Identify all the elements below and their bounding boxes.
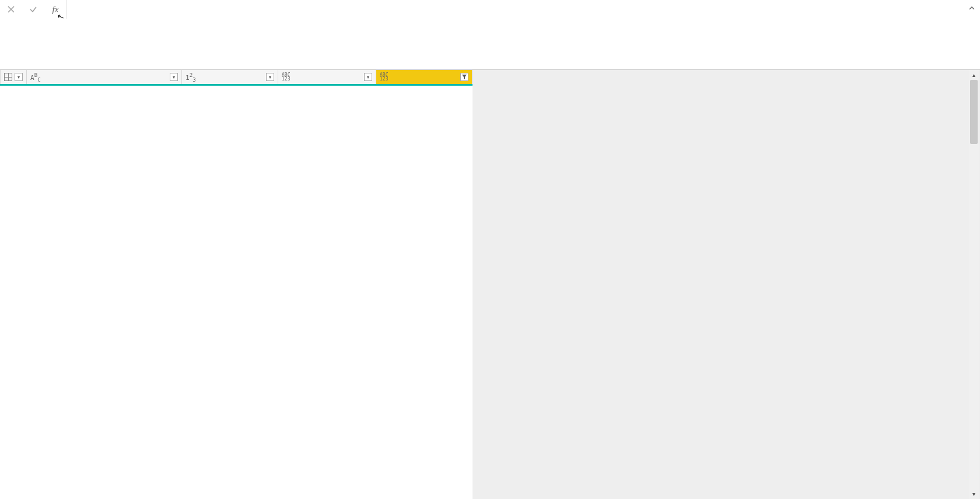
data-table: ▾ ABC ▾ 123 ▾ — [0, 69, 473, 86]
formula-controls: fx — [0, 0, 67, 19]
vertical-scrollbar[interactable]: ▴ ▾ — [969, 70, 979, 499]
header-filter-dropdown[interactable]: ▾ — [364, 73, 372, 81]
grid-area: ▾ ABC ▾ 123 ▾ — [0, 69, 980, 499]
expand-formula-button[interactable] — [964, 0, 980, 16]
table-corner[interactable]: ▾ — [1, 70, 27, 85]
scroll--track[interactable] — [969, 80, 979, 489]
grid-scroll: ▾ ABC ▾ 123 ▾ — [0, 69, 473, 499]
index-filter-dropdown[interactable]: ▾ — [266, 73, 274, 81]
scroll-down-button[interactable]: ▾ — [969, 489, 979, 499]
column-header-column1[interactable]: ABC ▾ — [27, 70, 182, 85]
column-header-temp[interactable]: ABC123 — [376, 70, 473, 85]
any-type-icon: ABC123 — [380, 73, 388, 81]
formula-input[interactable] — [67, 0, 964, 35]
fx-button[interactable]: fx — [48, 2, 63, 17]
column-header-index[interactable]: 123 ▾ — [182, 70, 278, 85]
formula-bar: fx — [0, 0, 980, 69]
table-menu-dropdown[interactable]: ▾ — [15, 73, 23, 81]
text-type-icon: ABC — [30, 72, 41, 83]
temp-filter-dropdown[interactable] — [460, 73, 468, 81]
column1-filter-dropdown[interactable]: ▾ — [170, 73, 178, 81]
scroll-thumb[interactable] — [970, 80, 978, 144]
empty-grid-area: ▴ ▾ — [473, 69, 980, 499]
table-icon — [4, 73, 12, 81]
column-header-header[interactable]: ABC123 ▾ — [278, 70, 376, 85]
confirm-button[interactable] — [26, 2, 41, 17]
number-type-icon: 123 — [186, 72, 196, 83]
scroll-up-button[interactable]: ▴ — [969, 70, 979, 80]
any-type-icon: ABC123 — [282, 73, 290, 81]
cancel-button[interactable] — [4, 2, 19, 17]
